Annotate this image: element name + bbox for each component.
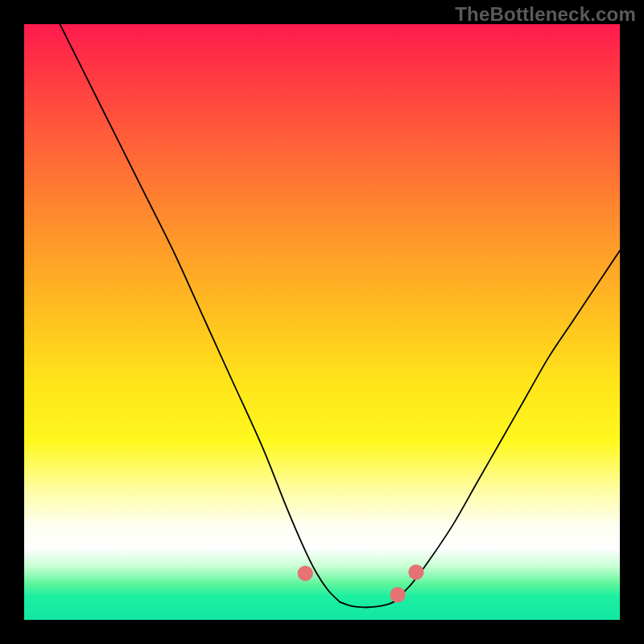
chart-frame: TheBottleneck.com [0,0,644,644]
series-left-curve [60,24,340,602]
plot-svg [24,24,620,620]
data-marker [408,564,423,580]
marker-group [283,534,424,605]
series-valley-floor [340,602,394,608]
data-marker [298,566,313,581]
watermark-text: TheBottleneck.com [455,3,636,26]
data-marker-pill [312,582,324,597]
series-right-curve [394,250,620,602]
plot-area [24,24,620,620]
data-marker-pill [283,534,299,560]
data-marker-pill [328,602,386,605]
data-marker [390,587,405,602]
